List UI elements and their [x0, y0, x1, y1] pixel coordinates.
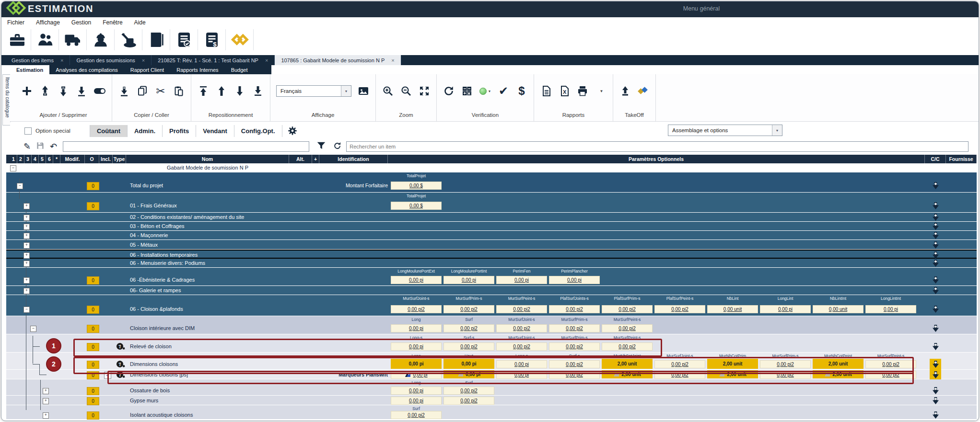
option-indicator[interactable]: 0: [87, 202, 99, 210]
edit-pencil-icon[interactable]: ✎: [23, 142, 31, 151]
cc-transfer-icon[interactable]: [930, 240, 941, 250]
dollar-icon[interactable]: $: [515, 83, 528, 99]
truck-icon[interactable]: [59, 29, 87, 50]
collapse-icon[interactable]: −: [23, 307, 30, 313]
toolbox-icon[interactable]: [3, 29, 31, 50]
add-icon[interactable]: [21, 83, 33, 99]
pricing-tab-admin[interactable]: Admin.: [128, 125, 163, 137]
view-tab-budget[interactable]: Budget: [225, 65, 254, 74]
close-icon[interactable]: ×: [391, 57, 394, 63]
expand-icon[interactable]: +: [23, 277, 30, 284]
expand-icon[interactable]: +: [43, 398, 49, 404]
col-header-alt[interactable]: Alt.: [289, 155, 312, 163]
zoom-out-icon[interactable]: [400, 83, 412, 99]
zoom-fit-icon[interactable]: [418, 83, 431, 99]
close-icon[interactable]: ×: [60, 57, 63, 63]
cc-transfer-icon[interactable]: [930, 395, 941, 406]
param-value-cell[interactable]: 0,00 pi: [865, 305, 916, 313]
assembly-selector[interactable]: Assemblage et options ▼: [668, 125, 782, 136]
col-header-3[interactable]: 3: [24, 155, 32, 163]
param-value-cell[interactable]: 0,00 pi: [760, 305, 811, 313]
copy-icon[interactable]: [136, 83, 149, 99]
document-check-icon[interactable]: [170, 29, 198, 50]
excavator-icon[interactable]: [115, 29, 142, 50]
option-indicator[interactable]: 0: [87, 411, 99, 420]
expand-icon[interactable]: +: [23, 224, 30, 230]
document-dollar-icon[interactable]: $: [198, 29, 226, 50]
cc-transfer-icon[interactable]: [930, 285, 941, 296]
save-icon[interactable]: [35, 141, 45, 152]
pricing-tab-profits[interactable]: Profits: [163, 125, 196, 137]
check-icon[interactable]: ✔: [497, 83, 510, 99]
col-header-fournisseur[interactable]: Fournisse: [946, 155, 977, 163]
param-value-cell[interactable]: 0,00 pi2: [496, 324, 547, 332]
param-value-cell[interactable]: 0,00 pi2: [496, 305, 547, 313]
refresh-icon[interactable]: [443, 83, 455, 99]
paste-insert-icon[interactable]: [118, 83, 130, 99]
option-indicator[interactable]: 0: [87, 387, 99, 395]
close-icon[interactable]: ×: [265, 57, 268, 63]
col-header-*[interactable]: *: [53, 155, 60, 163]
expand-icon[interactable]: +: [23, 233, 30, 239]
col-header-o[interactable]: O: [85, 155, 99, 163]
paste-icon[interactable]: [173, 83, 185, 99]
col-header-incl[interactable]: Incl.: [99, 155, 113, 163]
image-icon[interactable]: [357, 83, 370, 99]
planswift-icon[interactable]: [637, 83, 650, 99]
doc-tab[interactable]: 210825 T: Rév. 1 - Scé. 1 : Test Gabarit…: [152, 55, 275, 65]
menu-fentre[interactable]: Fenêtre: [103, 19, 122, 26]
param-value-cell[interactable]: 0,00 pi: [391, 387, 442, 395]
col-header-1[interactable]: 1: [10, 155, 17, 163]
print-icon[interactable]: [576, 83, 589, 99]
cc-transfer-icon[interactable]: [930, 275, 941, 285]
cc-transfer-icon[interactable]: [930, 323, 941, 333]
param-value-cell[interactable]: 0,00 $: [391, 182, 442, 190]
param-value-cell[interactable]: 0,00 pi: [496, 276, 547, 284]
param-value-cell[interactable]: 0,00 pi: [391, 324, 442, 332]
expand-icon[interactable]: +: [23, 203, 30, 209]
zoom-in-icon[interactable]: [382, 83, 394, 99]
param-value-cell[interactable]: 0,00 pi: [549, 276, 600, 284]
collapse-icon[interactable]: −: [30, 326, 36, 332]
col-header-identification[interactable]: Identification: [319, 155, 388, 163]
param-value-cell[interactable]: 0,00 $: [391, 202, 442, 210]
pricing-tab-vendant[interactable]: Vendant: [196, 125, 234, 137]
status-icon[interactable]: ▼: [479, 83, 491, 99]
expand-icon[interactable]: +: [43, 412, 49, 419]
col-header-type[interactable]: Type: [113, 155, 126, 163]
cc-transfer-icon[interactable]: [930, 201, 941, 211]
close-icon[interactable]: ×: [142, 57, 145, 63]
col-header-modif[interactable]: Modif.: [60, 155, 85, 163]
doc-tab[interactable]: Gestion des items×: [5, 55, 70, 65]
clients-icon[interactable]: [31, 29, 59, 50]
cc-transfer-icon[interactable]: [930, 369, 941, 380]
param-value-cell[interactable]: 0,00 pi2: [602, 305, 653, 313]
report-icon[interactable]: [540, 83, 552, 99]
move-bottom-icon[interactable]: [252, 83, 264, 99]
param-value-cell[interactable]: 0,00 pi2: [443, 397, 494, 405]
expand-icon[interactable]: +: [23, 261, 30, 267]
cc-transfer-icon[interactable]: [930, 341, 941, 352]
move-up-icon[interactable]: [215, 83, 228, 99]
option-indicator[interactable]: 0: [87, 397, 99, 405]
view-tab-analyses-des-compilations[interactable]: Analyses des compilations: [49, 65, 124, 74]
option-special-checkbox[interactable]: [24, 127, 32, 135]
excel-icon[interactable]: X: [558, 83, 571, 99]
move-top-icon[interactable]: [197, 83, 210, 99]
expand-icon[interactable]: +: [23, 215, 30, 221]
expand-icon[interactable]: +: [23, 242, 30, 249]
menu-gestion[interactable]: Gestion: [71, 19, 91, 26]
pricing-tab-cotant[interactable]: Coûtant: [90, 125, 128, 137]
cc-transfer-icon[interactable]: [930, 181, 941, 191]
view-tab-rapport-client[interactable]: Rapport Client: [124, 65, 170, 74]
chevron-down-icon[interactable]: ▼: [772, 125, 782, 136]
collapse-icon[interactable]: −: [17, 183, 23, 189]
menu-affichage[interactable]: Affichage: [36, 19, 60, 26]
doc-tab[interactable]: 107865 : Gabarit Modele de soumission N …: [275, 55, 401, 65]
option-indicator[interactable]: 0: [87, 306, 99, 314]
search-input[interactable]: [346, 141, 968, 152]
param-value-cell[interactable]: 0,00 unit: [707, 305, 758, 313]
language-combo[interactable]: Français▼: [276, 83, 351, 99]
col-header-4[interactable]: 4: [32, 155, 39, 163]
insert-up-icon[interactable]: [39, 83, 51, 99]
